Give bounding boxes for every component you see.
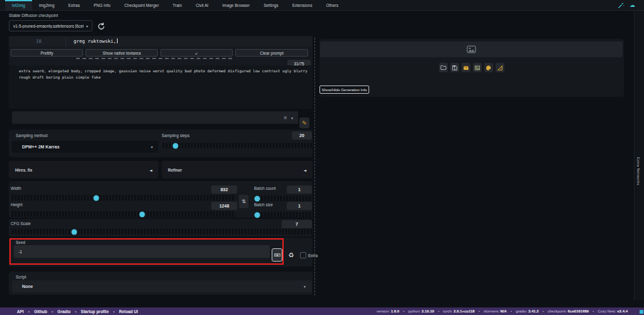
output-image-placeholder: [320, 41, 623, 57]
gradio-link[interactable]: Gradio: [52, 309, 70, 314]
batch-size-label: Batch size: [254, 202, 273, 207]
tab-others[interactable]: Others: [319, 0, 345, 10]
width-slider[interactable]: [11, 195, 235, 201]
batch-size-input[interactable]: 1: [287, 202, 312, 210]
slider-handle[interactable]: [93, 195, 99, 201]
tab-checkpoint-merger[interactable]: Checkpoint Merger: [118, 0, 166, 10]
topbar-icons: ☁: [618, 1, 635, 9]
gutter-divider: [65, 36, 66, 47]
startup-profile-link[interactable]: Startup profile: [75, 309, 109, 314]
torch-info: torch: 2.0.1+cu118: [438, 309, 474, 313]
ruler-icon: [497, 65, 503, 71]
extra-networks-sidebar[interactable]: [634, 11, 644, 301]
sampling-steps-input[interactable]: 20: [292, 131, 312, 140]
save-icon: [452, 65, 458, 71]
width-input[interactable]: 832: [211, 185, 237, 194]
version-info: version: 1.6.0: [377, 309, 399, 313]
send-to-extras-button[interactable]: [496, 63, 504, 72]
resize-drag-handle[interactable]: [76, 58, 232, 59]
extra-networks-label[interactable]: Extra Networks: [636, 157, 640, 185]
footer-version-info: version: 1.6.0 python: 3.10.10 torch: 2.…: [377, 309, 628, 313]
show-native-textarea-button[interactable]: Show native textarea: [86, 49, 158, 57]
api-link[interactable]: API: [17, 309, 24, 314]
save-image-button[interactable]: [450, 63, 459, 72]
hires-fix-label: Hires. fix: [15, 168, 32, 172]
refresh-checkpoint-button[interactable]: [97, 22, 106, 31]
cozy-nest-info: Cozy Nest: v2.4.4: [592, 309, 628, 313]
python-info: python: 3.10.10: [403, 309, 435, 313]
checkpoint-info: checkpoint: 6ce0161689: [543, 309, 589, 313]
prettify-button[interactable]: Prettify: [11, 49, 83, 57]
tab-settings[interactable]: Settings: [257, 0, 286, 10]
clear-styles-icon[interactable]: ×: [283, 115, 287, 121]
collapse-editor-button[interactable]: ↙: [160, 49, 233, 57]
text-cursor: [117, 38, 118, 43]
send-to-img2img-button[interactable]: [473, 63, 482, 72]
palette-icon: [486, 65, 492, 71]
seed-input[interactable]: -1: [14, 245, 270, 258]
swap-dimensions-button[interactable]: ⇅: [239, 195, 248, 208]
chevron-down-icon: ▾: [151, 145, 153, 149]
random-seed-dice-button[interactable]: ⚄⚂: [272, 248, 282, 262]
tab-image-browser[interactable]: Image Browser: [215, 0, 257, 10]
tab-extras[interactable]: Extras: [62, 0, 87, 10]
show-hide-generation-info-button[interactable]: Show/Hide Generation Info: [319, 86, 369, 94]
output-toolbar: [319, 63, 624, 72]
save-zip-button[interactable]: [462, 63, 470, 72]
checkpoint-dropdown[interactable]: v1-5-pruned-emaonly.safetensors [6ce0161…: [9, 20, 92, 31]
seed-label: Seed: [16, 240, 25, 245]
script-dropdown[interactable]: None ▾: [12, 280, 312, 292]
zip-box-icon: [463, 65, 469, 71]
send-to-inpaint-button[interactable]: [484, 63, 493, 72]
script-value: None: [22, 284, 33, 289]
negative-prompt-input[interactable]: extra sword, elongated body, cropped ima…: [19, 68, 308, 80]
collapse-left-icon: ◄: [149, 168, 152, 172]
batch-count-slider[interactable]: [254, 196, 312, 201]
reload-ui-link[interactable]: Reload UI: [113, 309, 138, 314]
tab-img2img[interactable]: img2img: [32, 0, 62, 10]
cloud-upload-icon[interactable]: ☁: [630, 1, 635, 9]
collapse-left-icon: ◄: [303, 168, 306, 172]
app-window: txt2img img2img Extras PNG Info Checkpoi…: [0, 0, 644, 315]
cfg-scale-label: CFG Scale: [11, 221, 31, 226]
panel-splitter[interactable]: [314, 38, 315, 296]
prompt-editor-line[interactable]: [9, 36, 313, 47]
prompt-input[interactable]: greg ruktowski,: [74, 38, 118, 44]
gradio-info: gradio: 3.41.2: [511, 309, 539, 313]
magic-wand-icon[interactable]: [618, 2, 625, 9]
slider-handle[interactable]: [254, 196, 260, 201]
folder-icon: [440, 65, 447, 70]
open-output-folder-button[interactable]: [439, 63, 448, 72]
script-label: Script: [16, 275, 26, 279]
tab-txt2img[interactable]: txt2img: [5, 0, 32, 10]
batch-count-input[interactable]: 1: [287, 185, 312, 194]
refiner-accordion[interactable]: Refiner ◄: [162, 161, 313, 179]
styles-dropdown[interactable]: × ▾: [12, 111, 298, 124]
tab-civit-ai[interactable]: Civit AI: [189, 0, 215, 10]
cfg-scale-input[interactable]: 7: [282, 220, 312, 228]
arrow-down-left-icon: ↙: [195, 51, 198, 55]
checkpoint-value: v1-5-pruned-emaonly.safetensors [6ce0161…: [13, 24, 84, 28]
edit-styles-button[interactable]: ✎: [299, 118, 309, 128]
resize-corner-handle[interactable]: [640, 310, 643, 314]
clear-prompt-button[interactable]: Clear prompt: [235, 49, 308, 57]
hires-fix-accordion[interactable]: Hires. fix ◄: [9, 161, 158, 179]
width-label: Width: [11, 186, 21, 191]
slider-handle[interactable]: [71, 229, 77, 235]
tab-train[interactable]: Train: [166, 0, 189, 10]
slider-handle[interactable]: [172, 143, 178, 148]
cfg-scale-slider[interactable]: [11, 229, 312, 235]
sampling-method-dropdown[interactable]: DPM++ 2M Karras ▾: [12, 141, 158, 153]
reuse-seed-recycle-button[interactable]: ♻: [286, 248, 296, 262]
slider-handle[interactable]: [254, 212, 260, 218]
batch-size-slider[interactable]: [254, 212, 312, 218]
sampling-steps-slider[interactable]: [162, 143, 312, 148]
tab-extensions[interactable]: Extensions: [286, 0, 319, 10]
tab-png-info[interactable]: PNG Info: [87, 0, 118, 10]
height-input[interactable]: 1248: [211, 202, 237, 210]
extra-checkbox-label: Extra: [308, 253, 318, 258]
slider-handle[interactable]: [139, 211, 145, 217]
extra-seed-checkbox[interactable]: [300, 252, 306, 258]
github-link[interactable]: Github: [28, 309, 47, 314]
height-slider[interactable]: [11, 211, 235, 217]
